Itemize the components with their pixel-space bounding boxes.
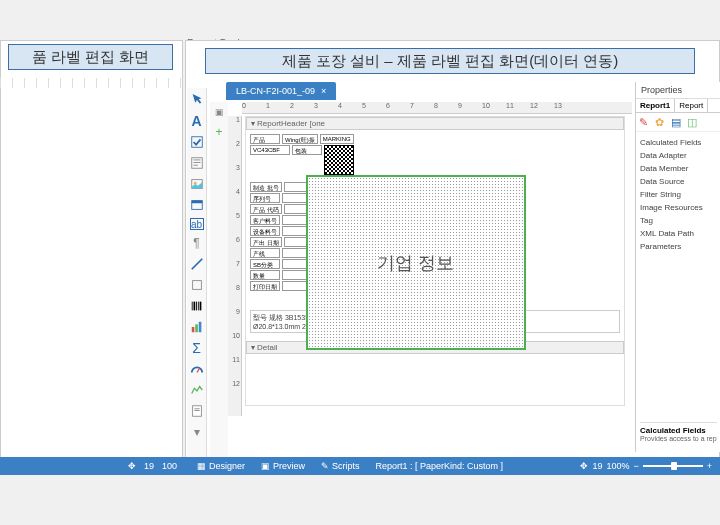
horizontal-ruler: 012345678910111213 xyxy=(242,102,632,114)
label-field[interactable]: SB分类 xyxy=(250,259,280,269)
document-tab-label: LB-CN-F2I-001_-09 xyxy=(236,86,315,96)
property-row[interactable]: Calculated Fields xyxy=(640,136,717,149)
property-row[interactable]: Image Resources xyxy=(640,201,717,214)
label-field[interactable]: 产线 xyxy=(250,248,280,258)
help-title: Calculated Fields xyxy=(640,426,717,435)
property-row[interactable]: XML Data Path xyxy=(640,227,717,240)
sum-tool-icon[interactable]: Σ xyxy=(189,340,205,356)
properties-toolbar: ✎ ✿ ▤ ◫ xyxy=(636,113,720,132)
zoom-thumb[interactable] xyxy=(671,462,677,470)
report-header-content[interactable]: 产品Wing(旺)振MARKING VC43CBF包装 制造 批号 序列号 产品… xyxy=(246,130,624,337)
chevron-down-icon: ▾ xyxy=(251,119,255,128)
label-field[interactable]: 制造 批号 xyxy=(250,182,282,192)
label-field[interactable]: 产出 日期 xyxy=(250,237,282,247)
richtext-tool-icon[interactable] xyxy=(189,155,205,171)
document-info: Report1 : [ PaperKind: Custom ] xyxy=(372,461,508,471)
shape-tool-icon[interactable] xyxy=(189,277,205,293)
scripts-icon: ✎ xyxy=(321,461,329,471)
svg-rect-18 xyxy=(198,322,201,333)
svg-line-9 xyxy=(191,259,202,270)
company-info-overlay[interactable]: 기업 정보 xyxy=(306,175,526,350)
checkbox-tool-icon[interactable] xyxy=(189,134,205,150)
text-tool-icon[interactable]: A xyxy=(189,113,205,129)
label-field[interactable]: 客户料号 xyxy=(250,215,280,225)
designer-tab-button[interactable]: ▦Designer xyxy=(193,461,249,471)
toolbox: A ab ¶ Σ ▾ xyxy=(187,88,207,458)
document-tool-icon[interactable] xyxy=(189,403,205,419)
pointer-count-icon: ✥ xyxy=(580,461,588,471)
band-label: ReportHeader [one xyxy=(257,119,325,128)
property-row[interactable]: Parameters xyxy=(640,240,717,253)
image-tool-icon[interactable] xyxy=(189,176,205,192)
plus-icon[interactable]: + xyxy=(211,124,227,140)
svg-rect-2 xyxy=(193,160,200,161)
pointer-tool-icon[interactable] xyxy=(189,92,205,108)
zoom-out-button[interactable]: − xyxy=(633,461,638,471)
gear-icon[interactable]: ✿ xyxy=(655,116,667,128)
label-field[interactable]: 打印日期 xyxy=(250,281,280,291)
svg-line-19 xyxy=(197,368,200,372)
pointer-count-icon: ✥ xyxy=(128,461,136,471)
zoom-value: 100 xyxy=(162,461,177,471)
property-row[interactable]: Tag xyxy=(640,214,717,227)
left-header-label: 품 라벨 편집 화면 xyxy=(8,44,173,70)
properties-tab[interactable]: Report1 xyxy=(636,99,675,112)
property-row[interactable]: Filter String xyxy=(640,188,717,201)
label-field[interactable]: MARKING xyxy=(320,134,354,144)
collapse-icon[interactable]: ▣ xyxy=(211,104,227,120)
zoom-slider[interactable] xyxy=(643,465,703,467)
scripts-tab-button[interactable]: ✎Scripts xyxy=(317,461,364,471)
gauge-tool-icon[interactable] xyxy=(189,361,205,377)
svg-rect-3 xyxy=(193,162,200,163)
svg-rect-12 xyxy=(193,302,195,311)
right-header-label: 제품 포장 설비 – 제품 라벨 편집 화면(데이터 연동) xyxy=(205,48,695,74)
svg-rect-13 xyxy=(196,302,197,311)
character-tool-icon[interactable]: ¶ xyxy=(189,235,205,251)
pointer-count: 19 xyxy=(592,461,602,471)
band-toolbox: ▣ + xyxy=(210,102,228,457)
left-pane xyxy=(0,40,183,465)
arrow-down-icon[interactable]: ▾ xyxy=(189,424,205,440)
list-icon[interactable]: ▤ xyxy=(671,116,683,128)
svg-rect-10 xyxy=(192,281,201,290)
report-header-band[interactable]: ▾ ReportHeader [one xyxy=(246,117,624,130)
properties-panel: Properties Report1 Report ✎ ✿ ▤ ◫ Calcul… xyxy=(635,82,720,452)
label-field[interactable]: 包装 xyxy=(292,145,322,155)
property-row[interactable]: Data Source xyxy=(640,175,717,188)
label-field[interactable]: 序列号 xyxy=(250,193,280,203)
help-text: Provides access to a rep xyxy=(640,435,717,442)
line-tool-icon[interactable] xyxy=(189,256,205,272)
label-field[interactable]: 产品 代码 xyxy=(250,204,282,214)
properties-tab[interactable]: Report xyxy=(675,99,708,112)
table-tool-icon[interactable]: ab xyxy=(190,218,204,230)
document-tab[interactable]: LB-CN-F2I-001_-09 × xyxy=(226,82,336,100)
properties-list: Calculated Fields Data Adapter Data Memb… xyxy=(636,132,720,257)
group-icon[interactable]: ◫ xyxy=(687,116,699,128)
preview-tab-button[interactable]: ▣Preview xyxy=(257,461,309,471)
label-field[interactable]: 设备料号 xyxy=(250,226,280,236)
chart-tool-icon[interactable] xyxy=(189,319,205,335)
label-field[interactable]: Wing(旺)振 xyxy=(282,134,318,144)
pointer-count: 19 xyxy=(144,461,154,471)
wand-icon[interactable]: ✎ xyxy=(639,116,651,128)
qr-code[interactable] xyxy=(324,145,354,175)
label-field[interactable]: VC43CBF xyxy=(250,145,290,155)
vertical-ruler: 123456789101112 xyxy=(228,116,242,416)
svg-rect-16 xyxy=(191,327,194,332)
close-icon[interactable]: × xyxy=(321,86,326,96)
panel-tool-icon[interactable] xyxy=(189,197,205,213)
design-canvas[interactable]: ▾ ReportHeader [one 产品Wing(旺)振MARKING VC… xyxy=(245,116,625,406)
svg-rect-8 xyxy=(191,201,202,204)
sparkline-tool-icon[interactable] xyxy=(189,382,205,398)
properties-tabs: Report1 Report xyxy=(636,99,720,113)
label-field[interactable]: 产品 xyxy=(250,134,280,144)
property-row[interactable]: Data Adapter xyxy=(640,149,717,162)
svg-rect-22 xyxy=(194,410,199,411)
barcode-tool-icon[interactable] xyxy=(189,298,205,314)
svg-rect-14 xyxy=(197,302,198,311)
designer-icon: ▦ xyxy=(197,461,206,471)
label-field[interactable]: 数量 xyxy=(250,270,280,280)
zoom-in-button[interactable]: + xyxy=(707,461,712,471)
preview-icon: ▣ xyxy=(261,461,270,471)
property-row[interactable]: Data Member xyxy=(640,162,717,175)
